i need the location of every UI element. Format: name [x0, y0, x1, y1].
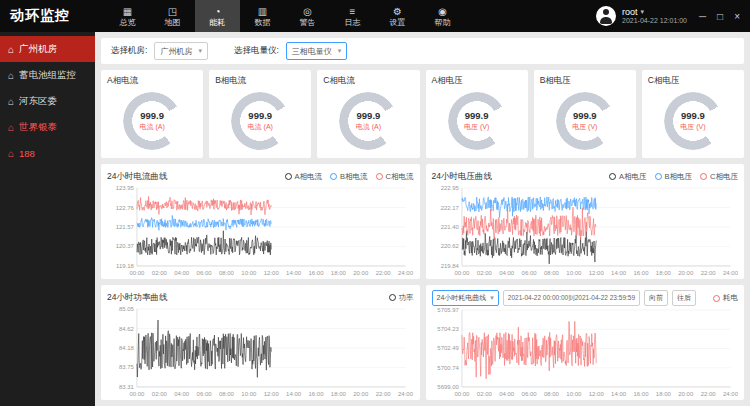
svg-text:119.18: 119.18	[116, 263, 135, 269]
nav-item-settings[interactable]: ⚙ 设置	[375, 0, 420, 32]
topbar-spacer	[465, 0, 596, 32]
svg-text:5699.00: 5699.00	[437, 384, 459, 390]
svg-text:220.62: 220.62	[440, 243, 459, 249]
sidebar-item-battery-monitor[interactable]: ⌂ 蓄电池组监控	[0, 62, 95, 88]
svg-text:10:00: 10:00	[566, 391, 582, 397]
gauge-card-b-voltage: B相电压 999.9 电压 (V)	[534, 70, 636, 158]
nav-item-map[interactable]: ◳ 地图	[150, 0, 195, 32]
energy-curve-select[interactable]: 24小时耗电曲线 ▾	[432, 290, 499, 306]
svg-text:5704.23: 5704.23	[437, 326, 459, 332]
nav-item-data[interactable]: ▥ 数据	[240, 0, 285, 32]
maximize-icon[interactable]: □	[717, 11, 723, 22]
gauge-unit: 电流 (A)	[248, 122, 273, 132]
power-line-chart: 85.0584.6284.1883.7583.3100:0002:0004:00…	[107, 305, 414, 398]
svg-text:06:00: 06:00	[197, 391, 213, 397]
legend-item-b-current[interactable]: B相电流	[330, 172, 368, 182]
legend-item-c-current[interactable]: C相电流	[376, 172, 414, 182]
nav-item-logs[interactable]: ≡ 日志	[330, 0, 375, 32]
date-range-input[interactable]: 2021-04-22 00:00:00到2021-04-22 23:59:59	[503, 290, 640, 306]
chart-legend: A相电流 B相电流 C相电流	[285, 172, 414, 182]
close-icon[interactable]: ×	[734, 11, 740, 22]
gauge-unit: 电压 (V)	[572, 122, 597, 132]
legend-dot-icon	[713, 295, 720, 302]
forward-button[interactable]: 向前	[644, 290, 668, 306]
energy-line-chart: 5705.975704.235702.495700.745699.0000:00…	[432, 306, 739, 398]
main-nav: ▦ 总览 ◳ 地图 ◔ 能耗 ▥ 数据 ◎ 警告 ≡ 日志	[105, 0, 465, 32]
svg-text:00:00: 00:00	[454, 391, 470, 397]
gauge-value: 999.9	[140, 110, 164, 121]
svg-text:00:00: 00:00	[129, 391, 145, 397]
gauge-card-c-voltage: C相电压 999.9 电压 (V)	[642, 70, 744, 158]
svg-text:221.40: 221.40	[440, 224, 459, 230]
gauge-c-current: 999.9 电流 (A)	[339, 92, 397, 150]
app-title: 动环监控	[0, 0, 105, 32]
app-window: 动环监控 ▦ 总览 ◳ 地图 ◔ 能耗 ▥ 数据 ◎ 警告	[0, 0, 750, 406]
svg-text:18:00: 18:00	[331, 391, 347, 397]
room-select-label: 选择机房:	[111, 45, 147, 57]
svg-text:83.75: 83.75	[119, 364, 135, 370]
help-icon: ◉	[438, 6, 447, 17]
svg-text:08:00: 08:00	[543, 270, 559, 276]
topbar: 动环监控 ▦ 总览 ◳ 地图 ◔ 能耗 ▥ 数据 ◎ 警告	[0, 0, 750, 32]
body: ⌂ 广州机房 ⌂ 蓄电池组监控 ⌂ 河东区委 ⌂ 世界银泰 ⌂ 188	[0, 32, 750, 406]
legend-item-b-voltage[interactable]: B相电压	[655, 172, 693, 182]
svg-text:20:00: 20:00	[678, 270, 694, 276]
svg-text:04:00: 04:00	[499, 391, 515, 397]
log-icon: ≡	[350, 6, 356, 17]
legend-item-energy[interactable]: 耗电	[713, 293, 738, 303]
svg-text:14:00: 14:00	[286, 270, 302, 276]
legend-dot-icon	[389, 294, 396, 301]
legend-item-a-voltage[interactable]: A相电压	[609, 172, 647, 182]
user-menu[interactable]: root ▾ 2021-04-22 12:01:00	[596, 0, 687, 32]
nav-item-energy[interactable]: ◔ 能耗	[195, 0, 240, 32]
user-menu-caret-icon: ▾	[641, 8, 645, 16]
chart-title: 24小时电流曲线	[107, 171, 167, 183]
svg-text:02:00: 02:00	[476, 270, 492, 276]
chart-title: 24小时功率曲线	[107, 292, 167, 304]
filter-bar: 选择机房: 广州机房 ▾ 选择电量仪: 三相电量仪 ▾	[101, 38, 744, 64]
legend-item-c-voltage[interactable]: C相电压	[700, 172, 738, 182]
svg-text:83.31: 83.31	[119, 384, 135, 390]
svg-text:14:00: 14:00	[611, 270, 627, 276]
user-avatar[interactable]	[596, 6, 616, 26]
backward-button[interactable]: 往后	[672, 290, 696, 306]
svg-text:222.17: 222.17	[440, 205, 459, 211]
nav-item-alerts[interactable]: ◎ 警告	[285, 0, 330, 32]
current-line-chart: 123.95122.76121.57120.37119.1800:0002:00…	[107, 184, 414, 277]
svg-text:12:00: 12:00	[588, 270, 604, 276]
overview-icon: ▦	[123, 6, 132, 17]
nav-item-help[interactable]: ◉ 帮助	[420, 0, 465, 32]
sidebar-item-hedong[interactable]: ⌂ 河东区委	[0, 88, 95, 114]
legend-item-a-current[interactable]: A相电流	[285, 172, 323, 182]
gauge-card-b-current: B相电流 999.9 电流 (A)	[209, 70, 311, 158]
svg-text:10:00: 10:00	[566, 270, 582, 276]
house-icon: ⌂	[8, 44, 14, 55]
nav-item-overview[interactable]: ▦ 总览	[105, 0, 150, 32]
sidebar-item-188[interactable]: ⌂ 188	[0, 140, 95, 166]
meter-select[interactable]: 三相电量仪 ▾	[286, 42, 348, 60]
svg-text:04:00: 04:00	[174, 270, 190, 276]
svg-text:14:00: 14:00	[611, 391, 627, 397]
minimize-icon[interactable]: ─	[699, 11, 706, 22]
svg-text:222.95: 222.95	[440, 185, 459, 191]
svg-text:08:00: 08:00	[219, 270, 235, 276]
svg-text:85.05: 85.05	[119, 306, 135, 312]
gauge-unit: 电流 (A)	[356, 122, 381, 132]
legend-item-power[interactable]: 功率	[389, 293, 414, 303]
chart-legend: 耗电	[713, 293, 738, 303]
svg-text:08:00: 08:00	[543, 391, 559, 397]
sidebar-item-shijie-yintai[interactable]: ⌂ 世界银泰	[0, 114, 95, 140]
gauge-value: 999.9	[357, 110, 381, 121]
power-chart-card: 24小时功率曲线 功率 85.0584.6284.1883.7583.3100:…	[101, 285, 420, 400]
sidebar-item-guangzhou-room[interactable]: ⌂ 广州机房	[0, 36, 95, 62]
sidebar: ⌂ 广州机房 ⌂ 蓄电池组监控 ⌂ 河东区委 ⌂ 世界银泰 ⌂ 188	[0, 32, 95, 406]
gauge-card-a-voltage: A相电压 999.9 电压 (V)	[426, 70, 528, 158]
svg-text:02:00: 02:00	[476, 391, 492, 397]
current-chart-card: 24小时电流曲线 A相电流 B相电流	[101, 164, 420, 279]
gauge-a-current: 999.9 电流 (A)	[123, 92, 181, 150]
room-select[interactable]: 广州机房 ▾	[154, 42, 208, 60]
chart-title: 24小时电压曲线	[432, 171, 492, 183]
voltage-line-chart: 222.95222.17221.40220.62219.8400:0002:00…	[432, 184, 739, 277]
svg-text:04:00: 04:00	[174, 391, 190, 397]
gauge-unit: 电流 (A)	[139, 122, 164, 132]
